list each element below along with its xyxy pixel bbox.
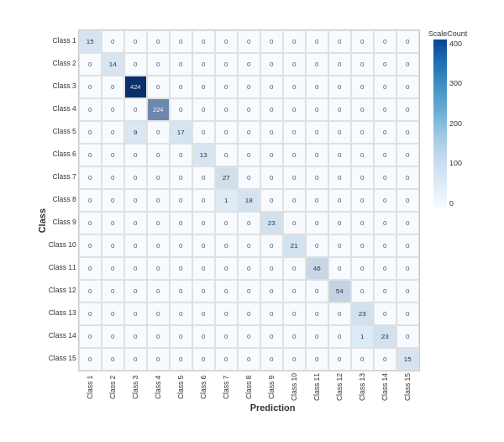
table-row: 0 bbox=[170, 325, 192, 348]
table-row: 0 bbox=[102, 189, 124, 212]
table-row: 0 bbox=[102, 212, 124, 234]
list-item: Class 5 bbox=[49, 120, 76, 143]
table-row: 0 bbox=[124, 348, 147, 371]
table-row: 0 bbox=[170, 189, 192, 212]
list-item: Class 2 bbox=[49, 52, 76, 75]
list-item: Class 6 bbox=[192, 373, 214, 401]
table-row: 0 bbox=[170, 144, 192, 166]
list-item: Class 3 bbox=[123, 373, 146, 401]
table-row: 0 bbox=[306, 212, 328, 234]
table-row: 0 bbox=[215, 257, 238, 280]
table-row: 0 bbox=[306, 280, 328, 303]
list-item: Class 14 bbox=[373, 373, 396, 401]
table-row: 0 bbox=[147, 303, 170, 325]
table-row: 0 bbox=[396, 76, 419, 98]
table-row: 0 bbox=[170, 53, 192, 76]
colorbar-ticks: 4003002001000 bbox=[449, 39, 462, 208]
table-row: 0 bbox=[102, 234, 124, 257]
table-row: 0 bbox=[79, 234, 102, 257]
table-row: 0 bbox=[124, 166, 147, 189]
table-row: 0 bbox=[351, 144, 374, 166]
list-item: Class 7 bbox=[214, 373, 237, 401]
table-row: 0 bbox=[351, 98, 374, 121]
table-row: 0 bbox=[374, 212, 396, 234]
list-item: Class 14 bbox=[49, 324, 76, 347]
table-row: 0 bbox=[260, 189, 283, 212]
table-row: 14 bbox=[102, 53, 124, 76]
list-item: Class 9 bbox=[49, 211, 76, 234]
table-row: 0 bbox=[260, 257, 283, 280]
x-axis-label: Prediction bbox=[78, 403, 468, 413]
table-row: 54 bbox=[328, 280, 351, 303]
table-row: 0 bbox=[283, 30, 306, 53]
table-row: 0 bbox=[351, 348, 374, 371]
table-row: 0 bbox=[215, 53, 238, 76]
table-row: 0 bbox=[328, 303, 351, 325]
table-row: 0 bbox=[260, 234, 283, 257]
table-row: 1 bbox=[215, 189, 238, 212]
table-row: 0 bbox=[215, 325, 238, 348]
table-row: 0 bbox=[170, 212, 192, 234]
table-row: 0 bbox=[170, 30, 192, 53]
table-row: 0 bbox=[374, 189, 396, 212]
table-row: 0 bbox=[124, 98, 147, 121]
main-area: 1500000000000000014000000000000000424000… bbox=[78, 29, 468, 413]
table-row: 0 bbox=[147, 325, 170, 348]
list-item: Class 2 bbox=[101, 373, 123, 401]
table-row: 0 bbox=[215, 144, 238, 166]
table-row: 0 bbox=[192, 303, 215, 325]
table-row: 0 bbox=[396, 30, 419, 53]
list-item: Class 15 bbox=[396, 373, 418, 401]
table-row: 0 bbox=[79, 166, 102, 189]
table-row: 0 bbox=[306, 144, 328, 166]
table-row: 23 bbox=[374, 325, 396, 348]
table-row: 0 bbox=[102, 98, 124, 121]
table-row: 0 bbox=[260, 144, 283, 166]
table-row: 0 bbox=[396, 166, 419, 189]
table-row: 0 bbox=[124, 212, 147, 234]
table-row: 0 bbox=[238, 166, 260, 189]
table-row: 0 bbox=[192, 30, 215, 53]
table-row: 0 bbox=[124, 325, 147, 348]
table-row: 27 bbox=[215, 166, 238, 189]
table-row: 0 bbox=[260, 53, 283, 76]
table-row: 0 bbox=[124, 234, 147, 257]
table-row: 0 bbox=[396, 98, 419, 121]
table-row: 0 bbox=[396, 234, 419, 257]
table-row: 0 bbox=[79, 212, 102, 234]
table-row: 0 bbox=[306, 53, 328, 76]
table-row: 0 bbox=[238, 303, 260, 325]
table-row: 0 bbox=[238, 76, 260, 98]
table-row: 0 bbox=[306, 234, 328, 257]
table-row: 0 bbox=[170, 280, 192, 303]
table-row: 0 bbox=[283, 53, 306, 76]
table-row: 0 bbox=[283, 144, 306, 166]
table-row: 0 bbox=[192, 280, 215, 303]
table-row: 0 bbox=[306, 348, 328, 371]
table-row: 17 bbox=[170, 121, 192, 144]
table-row: 0 bbox=[351, 189, 374, 212]
table-row: 0 bbox=[283, 212, 306, 234]
table-row: 0 bbox=[124, 53, 147, 76]
table-row: 0 bbox=[396, 144, 419, 166]
table-row: 0 bbox=[396, 280, 419, 303]
list-item: Class 4 bbox=[146, 373, 169, 401]
table-row: 0 bbox=[374, 303, 396, 325]
table-row: 0 bbox=[351, 257, 374, 280]
table-row: 0 bbox=[215, 98, 238, 121]
table-row: 0 bbox=[260, 303, 283, 325]
table-row: 0 bbox=[192, 166, 215, 189]
table-row: 0 bbox=[374, 234, 396, 257]
table-row: 0 bbox=[79, 53, 102, 76]
table-row: 0 bbox=[306, 98, 328, 121]
table-row: 0 bbox=[147, 189, 170, 212]
table-row: 0 bbox=[328, 348, 351, 371]
list-item: 300 bbox=[449, 79, 462, 87]
table-row: 15 bbox=[79, 30, 102, 53]
table-row: 0 bbox=[351, 234, 374, 257]
table-row: 46 bbox=[306, 257, 328, 280]
table-row: 0 bbox=[238, 257, 260, 280]
table-row: 0 bbox=[328, 257, 351, 280]
table-row: 0 bbox=[328, 189, 351, 212]
table-row: 0 bbox=[260, 98, 283, 121]
